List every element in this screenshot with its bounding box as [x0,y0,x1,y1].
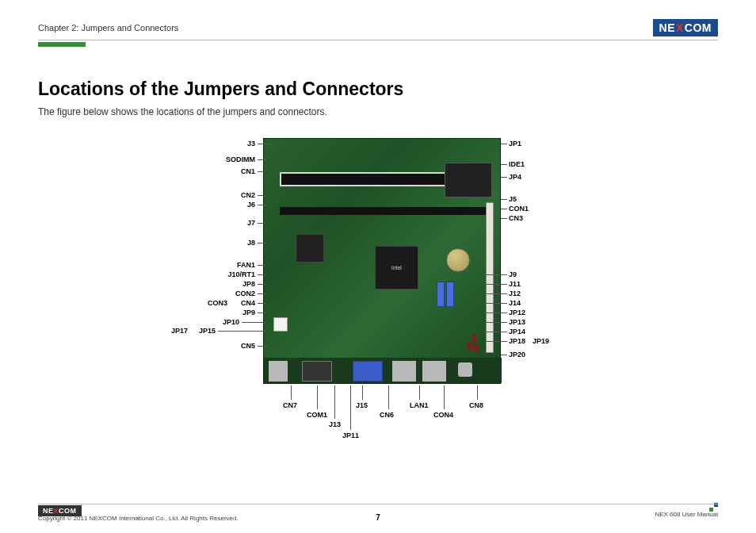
callout-label: CN3 [509,214,523,222]
ethernet-port-2 [422,361,446,382]
usb-port [269,361,288,382]
callout-label: SODIMM [172,155,255,163]
divider-bar [38,42,86,47]
callout-label: CN8 [469,401,483,409]
serial-port [302,361,332,382]
callout-label: JP10 [204,318,239,326]
copyright-text: Copyright © 2011 NEXCOM International Co… [38,515,239,522]
callout-label: J5 [509,195,517,203]
callout-label: JP14 [509,328,525,336]
manual-name: NEX 608 User Manual [655,511,718,518]
callout-label: FAN1 [172,261,255,269]
motherboard-image: intel [263,138,501,384]
callout-label: JP13 [509,318,525,326]
board-figure: intel J3 SODIMM CN1 CN2 J6 [172,132,584,449]
callout-label: CN2 [172,191,255,199]
callout-label: J13 [329,420,341,428]
callout-label: CON4 [433,411,453,419]
callout-label: J7 [172,219,255,227]
callout-label: CN5 [172,342,255,350]
callout-label: JP18 [509,337,525,345]
callout-label: CN1 [172,167,255,175]
callout-label: J12 [509,290,521,297]
callout-label: JP8 [172,280,255,288]
page-title: Locations of the Jumpers and Connectors [38,79,718,100]
callout-label: CN4 [227,299,255,307]
callout-label: CN6 [380,411,394,419]
callout-label: LAN1 [410,401,429,409]
callout-label: CON3 [172,299,227,307]
callout-label: JP1 [509,140,521,148]
power-connector [273,317,288,332]
ethernet-port-1 [392,361,416,382]
callout-label: J10/RT1 [172,270,255,278]
callout-label: CON1 [509,205,529,213]
io-port-row [264,358,502,383]
page-subtitle: The figure below shows the locations of … [38,106,718,117]
callout-label: CN7 [283,401,297,409]
audio-port [458,362,472,377]
callout-label: IDE1 [509,160,525,168]
callout-label: J15 [356,401,368,409]
capacitor [474,343,478,351]
vga-port [353,361,383,382]
callout-label: JP11 [342,431,359,439]
chapter-label: Chapter 2: Jumpers and Connectors [38,23,178,33]
nexcom-logo: NEXCOM [653,19,718,36]
chip-1 [296,234,324,263]
callout-label: J14 [509,299,521,307]
callout-label: JP4 [509,173,521,181]
callout-label: JP12 [509,309,525,316]
callout-label: JP20 [509,351,525,359]
ide-slot [445,163,492,197]
callout-label: J8 [172,239,255,247]
callout-label: JP9 [172,309,255,316]
callout-label: J3 [172,140,255,148]
callout-label: JP17 [152,327,188,335]
capacitor [468,342,472,350]
page-number: 7 [376,513,380,522]
header-connector [280,207,486,215]
page-header: Chapter 2: Jumpers and Connectors NEXCOM [38,19,718,40]
callout-label: COM1 [307,411,327,419]
capacitor [472,334,476,342]
callout-label: J9 [509,270,517,278]
callout-label: JP19 [533,337,549,345]
callout-label: CON2 [172,290,255,297]
callout-label: J6 [172,201,255,209]
cmos-battery [446,248,470,272]
sata-port-1 [437,282,445,307]
callout-label: J11 [509,280,521,288]
sata-port-2 [446,282,454,307]
pci-slot [486,202,494,353]
chip-2: intel [375,246,418,290]
